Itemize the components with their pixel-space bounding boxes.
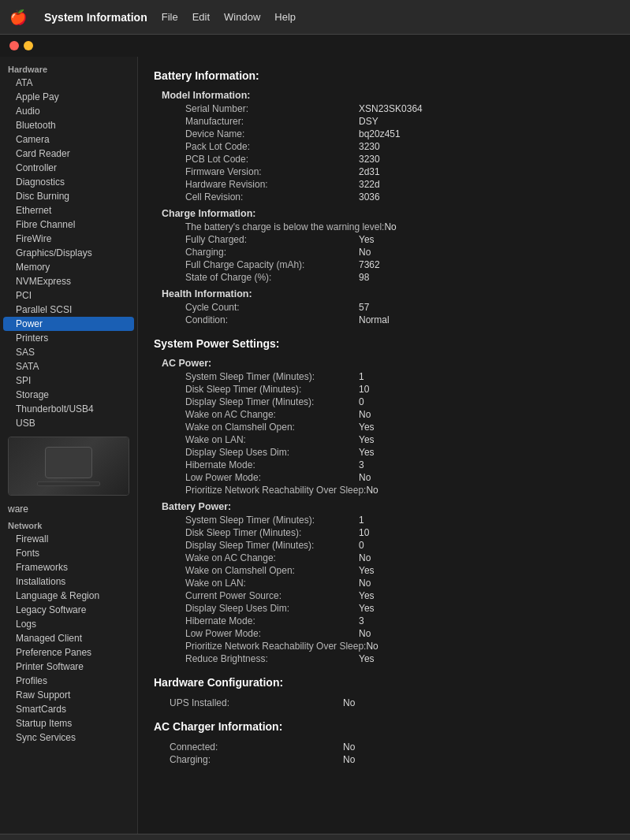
charge-row-0: The battery's charge is below the warnin…: [185, 221, 614, 233]
sidebar-item-power[interactable]: Power: [3, 317, 134, 331]
model-label-5: Firmware Version:: [185, 166, 359, 177]
model-label-0: Serial Number:: [185, 103, 359, 114]
model-row-3: Pack Lot Code: 3230: [185, 140, 614, 153]
ac-value-7: 3: [359, 459, 364, 470]
batt-row-5: Wake on LAN: No: [185, 577, 614, 589]
model-value-1: DSY: [359, 116, 378, 127]
sidebar-item-graphics-displays[interactable]: Graphics/Displays: [0, 246, 137, 260]
sidebar-item-frameworks[interactable]: Frameworks: [0, 560, 137, 574]
model-value-3: 3230: [359, 141, 380, 152]
model-value-2: bq20z451: [359, 128, 401, 139]
batt-label-4: Wake on Clamshell Open:: [185, 565, 359, 576]
content-area: Battery Information: Model Information: …: [138, 57, 630, 834]
ac-label-4: Wake on Clamshell Open:: [185, 422, 359, 433]
ac-row-9: Prioritize Network Reachability Over Sle…: [185, 484, 614, 496]
sidebar-item-fonts[interactable]: Fonts: [0, 546, 137, 560]
sidebar-item-memory[interactable]: Memory: [0, 260, 137, 274]
sidebar-item-diagnostics[interactable]: Diagnostics: [0, 175, 137, 189]
ac-label-9: Prioritize Network Reachability Over Sle…: [185, 485, 366, 496]
batt-row-10: Prioritize Network Reachability Over Sle…: [185, 640, 614, 652]
ac-row-4: Wake on Clamshell Open: Yes: [185, 421, 614, 433]
sidebar-item-raw-support[interactable]: Raw Support: [0, 688, 137, 702]
sidebar-item-bluetooth[interactable]: Bluetooth: [0, 118, 137, 132]
batt-value-5: No: [359, 578, 371, 589]
batt-label-1: Disk Sleep Timer (Minutes):: [185, 527, 359, 538]
ac-label-7: Hibernate Mode:: [185, 459, 359, 470]
sidebar-item-sync-services[interactable]: Sync Services: [0, 730, 137, 745]
sidebar-ware-label: ware: [0, 502, 137, 516]
sidebar-item-smartcards[interactable]: SmartCards: [0, 702, 137, 716]
ac-label-5: Wake on LAN:: [185, 434, 359, 445]
minimize-button[interactable]: [24, 41, 33, 50]
sidebar-item-printer-software[interactable]: Printer Software: [0, 660, 137, 674]
model-value-6: 322d: [359, 179, 380, 190]
sidebar-item-disc-burning[interactable]: Disc Burning: [0, 189, 137, 203]
ac-row-5: Wake on LAN: Yes: [185, 433, 614, 446]
sidebar-item-spi[interactable]: SPI: [0, 374, 137, 388]
sidebar-item-language-region[interactable]: Language & Region: [0, 589, 137, 603]
sidebar-item-ethernet[interactable]: Ethernet: [0, 203, 137, 217]
ac-power-subtitle: AC Power:: [162, 358, 614, 369]
batt-value-2: 0: [359, 540, 364, 551]
charger-row-1: Charging: No: [170, 753, 614, 766]
sidebar-item-sata[interactable]: SATA: [0, 359, 137, 374]
sidebar-item-storage[interactable]: Storage: [0, 388, 137, 402]
batt-label-6: Current Power Source:: [185, 590, 359, 601]
sidebar-item-nvmexpress[interactable]: NVMExpress: [0, 274, 137, 288]
sidebar-item-ata[interactable]: ATA: [0, 76, 137, 90]
batt-row-7: Display Sleep Uses Dim: Yes: [185, 602, 614, 615]
sidebar-item-sas[interactable]: SAS: [0, 345, 137, 359]
model-value-5: 2d31: [359, 166, 380, 177]
apple-menu[interactable]: 🍎: [9, 9, 27, 26]
menu-window[interactable]: Window: [224, 11, 260, 23]
sidebar-item-apple-pay[interactable]: Apple Pay: [0, 90, 137, 104]
breadcrumb-bar: MacBook's MacBook Pro › Hardware › Power: [0, 834, 630, 840]
system-power-title: System Power Settings:: [154, 337, 614, 350]
sidebar-item-audio[interactable]: Audio: [0, 104, 137, 118]
charger-row-0: Connected: No: [170, 741, 614, 753]
health-row-1: Condition: Normal: [185, 314, 614, 326]
sidebar-item-preference-panes[interactable]: Preference Panes: [0, 645, 137, 660]
menu-file[interactable]: File: [162, 11, 178, 23]
ups-label: UPS Installed:: [170, 697, 343, 708]
sidebar-item-firewire[interactable]: FireWire: [0, 232, 137, 246]
model-row-7: Cell Revision: 3036: [185, 191, 614, 203]
sidebar-item-firewall[interactable]: Firewall: [0, 532, 137, 546]
ac-row-7: Hibernate Mode: 3: [185, 459, 614, 471]
sidebar-item-logs[interactable]: Logs: [0, 617, 137, 631]
ac-value-9: No: [366, 485, 378, 496]
sidebar-item-installations[interactable]: Installations: [0, 574, 137, 589]
sidebar-item-managed-client[interactable]: Managed Client: [0, 631, 137, 645]
sidebar-item-profiles[interactable]: Profiles: [0, 674, 137, 688]
sidebar-item-camera[interactable]: Camera: [0, 132, 137, 147]
ups-row: UPS Installed: No: [170, 697, 614, 709]
sidebar-item-legacy-software[interactable]: Legacy Software: [0, 603, 137, 617]
batt-value-10: No: [366, 641, 378, 652]
batt-label-9: Low Power Mode:: [185, 628, 359, 639]
batt-label-11: Reduce Brightness:: [185, 653, 359, 664]
menu-edit[interactable]: Edit: [192, 11, 210, 23]
ac-label-3: Wake on AC Change:: [185, 409, 359, 420]
model-label-6: Hardware Revision:: [185, 179, 359, 190]
model-label-1: Manufacturer:: [185, 116, 359, 127]
batt-row-11: Reduce Brightness: Yes: [185, 652, 614, 665]
traffic-lights: [0, 35, 630, 57]
hardware-header: Hardware: [0, 60, 137, 76]
sidebar-item-thunderbolt[interactable]: Thunderbolt/USB4: [0, 402, 137, 416]
close-button[interactable]: [9, 41, 19, 50]
sidebar-item-usb[interactable]: USB: [0, 416, 137, 430]
sidebar-item-fibre-channel[interactable]: Fibre Channel: [0, 217, 137, 232]
model-rows: Serial Number: XSN23SK0364 Manufacturer:…: [177, 102, 614, 203]
sidebar-item-startup-items[interactable]: Startup Items: [0, 716, 137, 730]
sidebar-item-printers[interactable]: Printers: [0, 331, 137, 345]
model-row-2: Device Name: bq20z451: [185, 128, 614, 140]
charge-value-0: No: [384, 221, 396, 232]
model-row-6: Hardware Revision: 322d: [185, 178, 614, 191]
health-value-0: 57: [359, 302, 369, 313]
menu-help[interactable]: Help: [274, 11, 296, 23]
sidebar-item-card-reader[interactable]: Card Reader: [0, 147, 137, 161]
sidebar-item-controller[interactable]: Controller: [0, 161, 137, 175]
sidebar-item-pci[interactable]: PCI: [0, 288, 137, 303]
sidebar-item-parallel-scsi[interactable]: Parallel SCSI: [0, 303, 137, 317]
batt-label-8: Hibernate Mode:: [185, 615, 359, 626]
